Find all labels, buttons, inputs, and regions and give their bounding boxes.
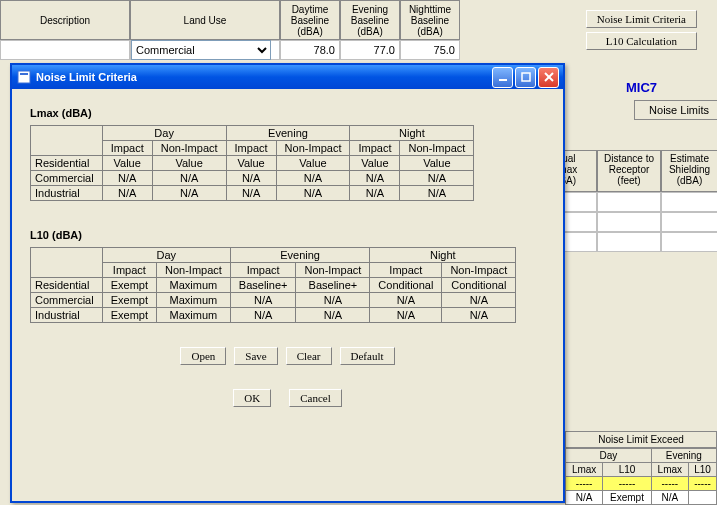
table-cell[interactable] (597, 192, 661, 212)
table-cell[interactable] (661, 232, 717, 252)
row-residential: Residential (31, 278, 103, 293)
sub-impact: Impact (102, 141, 152, 156)
table-cell[interactable]: N/A (442, 308, 516, 323)
table-cell[interactable]: N/A (226, 171, 276, 186)
table-cell[interactable]: Conditional (442, 278, 516, 293)
table-cell[interactable]: Baseline+ (230, 278, 296, 293)
table-row: Residential ValueValueValueValueValueVal… (31, 156, 474, 171)
dialog-title: Noise Limit Criteria (36, 71, 137, 83)
save-button[interactable]: Save (234, 347, 277, 365)
table-cell[interactable]: Value (350, 156, 400, 171)
table-cell[interactable]: N/A (152, 171, 226, 186)
table-cell[interactable]: Exempt (102, 293, 156, 308)
bg-cell-landuse[interactable]: Commercial (130, 40, 280, 60)
table-cell[interactable]: N/A (102, 171, 152, 186)
table-cell: ----- (566, 477, 603, 491)
table-cell[interactable]: Value (226, 156, 276, 171)
sub-nonimpact: Non-Impact (276, 141, 350, 156)
table-cell: ----- (651, 477, 688, 491)
table-cell[interactable] (597, 212, 661, 232)
table-cell[interactable]: N/A (350, 171, 400, 186)
table-cell[interactable]: N/A (350, 186, 400, 201)
table-cell[interactable] (661, 212, 717, 232)
svg-rect-2 (499, 79, 507, 81)
cancel-button[interactable]: Cancel (289, 389, 342, 407)
bottom-group-evening: Evening (651, 449, 716, 463)
table-cell[interactable]: N/A (442, 293, 516, 308)
col-shielding: Estimate Shielding (dBA) (661, 150, 717, 192)
table-row: Industrial N/AN/AN/AN/AN/AN/A (31, 186, 474, 201)
table-cell[interactable]: N/A (276, 186, 350, 201)
col-dist-receptor: Distance to Receptor (feet) (597, 150, 661, 192)
table-row: Industrial ExemptMaximumN/AN/AN/AN/A (31, 308, 516, 323)
maximize-button[interactable] (515, 67, 536, 88)
table-cell[interactable]: Value (276, 156, 350, 171)
table-cell[interactable]: N/A (370, 293, 442, 308)
table-cell[interactable]: N/A (152, 186, 226, 201)
table-cell[interactable]: Baseline+ (296, 278, 370, 293)
table-cell[interactable]: N/A (230, 293, 296, 308)
table-cell[interactable]: N/A (230, 308, 296, 323)
minimize-button[interactable] (492, 67, 513, 88)
table-cell[interactable]: Exempt (102, 278, 156, 293)
table-cell[interactable]: N/A (102, 186, 152, 201)
table-cell[interactable]: Maximum (156, 308, 230, 323)
close-button[interactable] (538, 67, 559, 88)
clear-button[interactable]: Clear (286, 347, 332, 365)
noise-limit-criteria-dialog: Noise Limit Criteria Lmax (dBA) Day Even… (10, 63, 565, 503)
table-cell[interactable]: Maximum (156, 278, 230, 293)
sub-nonimpact: Non-Impact (442, 263, 516, 278)
table-cell[interactable]: Value (152, 156, 226, 171)
sub-nonimpact: Non-Impact (400, 141, 474, 156)
table-cell[interactable] (661, 192, 717, 212)
bottom-col: Lmax (651, 463, 688, 477)
table-cell: Exempt (603, 491, 651, 505)
row-industrial: Industrial (31, 186, 103, 201)
land-use-select[interactable]: Commercial (131, 40, 271, 60)
table-cell[interactable]: N/A (370, 308, 442, 323)
ok-button[interactable]: OK (233, 389, 271, 407)
bottom-col: Lmax (566, 463, 603, 477)
l10-calculation-button[interactable]: L10 Calculation (586, 32, 697, 50)
lmax-section-title: Lmax (dBA) (30, 107, 545, 119)
row-industrial: Industrial (31, 308, 103, 323)
table-cell: ----- (603, 477, 651, 491)
table-cell[interactable]: Maximum (156, 293, 230, 308)
default-button[interactable]: Default (340, 347, 395, 365)
table-cell[interactable]: Value (400, 156, 474, 171)
svg-rect-3 (522, 73, 530, 81)
bg-header-nighttime: Nighttime Baseline (dBA) (400, 0, 460, 40)
table-row: Commercial N/AN/AN/AN/AN/AN/A (31, 171, 474, 186)
table-cell[interactable]: Value (102, 156, 152, 171)
bottom-strip: Noise Limit Exceed Day Evening Lmax L10 … (565, 431, 717, 505)
bg-cell-nighttime[interactable]: 75.0 (400, 40, 460, 60)
group-day: Day (102, 248, 230, 263)
table-cell[interactable]: N/A (226, 186, 276, 201)
bg-header-daytime: Daytime Baseline (dBA) (280, 0, 340, 40)
bottom-group-day: Day (566, 449, 652, 463)
open-button[interactable]: Open (180, 347, 226, 365)
row-commercial: Commercial (31, 171, 103, 186)
bg-cell-evening[interactable]: 77.0 (340, 40, 400, 60)
titlebar[interactable]: Noise Limit Criteria (12, 65, 563, 89)
table-cell[interactable]: N/A (276, 171, 350, 186)
table-cell[interactable]: N/A (400, 171, 474, 186)
table-cell: ----- (688, 477, 716, 491)
table-cell[interactable]: Exempt (102, 308, 156, 323)
bg-header-description: Description (0, 0, 130, 40)
svg-rect-0 (18, 71, 30, 83)
group-night: Night (350, 126, 474, 141)
noise-limits-tab[interactable]: Noise Limits (634, 100, 717, 120)
bg-cell-daytime[interactable]: 78.0 (280, 40, 340, 60)
sub-nonimpact: Non-Impact (296, 263, 370, 278)
bg-cell-description[interactable] (0, 40, 130, 60)
table-cell[interactable]: Conditional (370, 278, 442, 293)
noise-limit-criteria-button[interactable]: Noise Limit Criteria (586, 10, 697, 28)
table-cell[interactable]: N/A (400, 186, 474, 201)
sub-impact: Impact (230, 263, 296, 278)
table-cell[interactable]: N/A (296, 308, 370, 323)
row-commercial: Commercial (31, 293, 103, 308)
table-cell[interactable] (597, 232, 661, 252)
table-cell[interactable]: N/A (296, 293, 370, 308)
sub-impact: Impact (102, 263, 156, 278)
